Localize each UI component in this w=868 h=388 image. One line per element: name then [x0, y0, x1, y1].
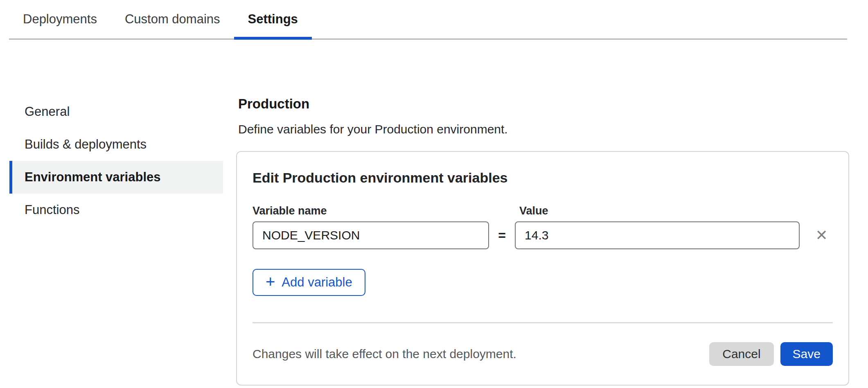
tab-custom-domains[interactable]: Custom domains — [111, 0, 234, 38]
environment-variables-card: Edit Production environment variables Va… — [236, 151, 849, 386]
settings-sidebar: General Builds & deployments Environment… — [9, 95, 223, 226]
section-description: Define variables for your Production env… — [238, 122, 849, 136]
card-footer: Changes will take effect on the next dep… — [253, 342, 833, 366]
footer-note: Changes will take effect on the next dep… — [253, 347, 516, 361]
tab-settings[interactable]: Settings — [234, 0, 312, 38]
equals-sign: = — [489, 228, 515, 243]
variable-value-input[interactable] — [515, 221, 800, 249]
page: Deployments Custom domains Settings Gene… — [0, 0, 868, 388]
cancel-button[interactable]: Cancel — [709, 342, 773, 366]
footer-actions: Cancel Save — [709, 342, 833, 366]
tab-bar: Deployments Custom domains Settings — [9, 0, 847, 40]
close-icon: ✕ — [815, 228, 827, 243]
variable-row: = ✕ — [253, 221, 833, 249]
save-button[interactable]: Save — [780, 342, 833, 366]
card-divider — [253, 322, 833, 323]
sidebar-item-general[interactable]: General — [9, 95, 223, 128]
variable-name-input[interactable] — [253, 221, 489, 249]
sidebar-item-environment-variables[interactable]: Environment variables — [9, 161, 223, 194]
add-variable-label: Add variable — [282, 275, 352, 290]
plus-icon: + — [266, 273, 275, 290]
value-label: Value — [519, 204, 548, 217]
sidebar-item-builds-deployments[interactable]: Builds & deployments — [9, 128, 223, 161]
variable-name-label: Variable name — [253, 204, 519, 217]
tab-deployments[interactable]: Deployments — [9, 0, 111, 38]
field-labels-row: Variable name Value — [253, 204, 833, 217]
settings-content: General Builds & deployments Environment… — [0, 40, 868, 386]
remove-variable-button[interactable]: ✕ — [810, 224, 833, 247]
sidebar-item-functions[interactable]: Functions — [9, 194, 223, 226]
page-title: Production — [238, 95, 849, 113]
add-variable-button[interactable]: + Add variable — [253, 269, 365, 296]
card-title: Edit Production environment variables — [253, 169, 833, 186]
main-panel: Production Define variables for your Pro… — [236, 95, 849, 386]
